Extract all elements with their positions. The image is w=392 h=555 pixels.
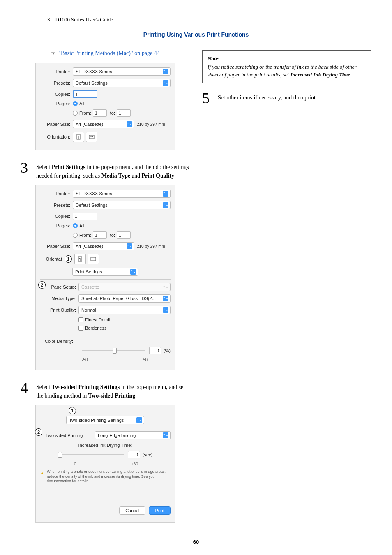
paper-size-label: Paper Size: (40, 122, 73, 127)
two-sided-printing-label: Two-sided Printing: (46, 433, 95, 438)
dropdown-arrow-icon: ⌃⌄ (130, 269, 136, 275)
panel-popup-value: Two-sided Printing Settings (69, 418, 124, 423)
orientation-landscape-button[interactable] (88, 254, 99, 264)
ink-drying-time-label: Increased Ink Drying Time: (78, 443, 132, 448)
presets-label: Presets: (40, 81, 73, 86)
page-setup-select: Cassette ⌃⌄ (78, 283, 171, 291)
orientation-portrait-button[interactable] (73, 132, 84, 142)
media-type-select[interactable]: SureLab Photo Paper Gloss - DS(2... ⌃⌄ (78, 294, 171, 303)
printer-label: Printer: (40, 191, 73, 196)
print-dialog-figure-1: Printer: SL-DXXXX Series ⌃⌄ Presets: Def… (35, 63, 175, 150)
paper-size-dimension: 210 by 297 mm (137, 244, 165, 249)
media-type-label: Media Type: (42, 296, 78, 301)
paper-size-value: A4 (Cassette) (76, 122, 103, 127)
panel-popup-value: Print Settings (75, 269, 102, 274)
color-density-value[interactable]: 0 (149, 347, 161, 354)
orientation-label-truncated: Orientat (40, 257, 65, 261)
orientation-landscape-button[interactable] (86, 132, 97, 142)
pages-from-radio[interactable] (73, 233, 78, 238)
document-title: SL-D1000 Series User's Guide (47, 16, 371, 23)
from-input[interactable]: 1 (93, 231, 107, 239)
dropdown-arrow-icon: ⌃⌄ (163, 432, 168, 438)
step-number-4: 4 (21, 380, 31, 400)
print-quality-select[interactable]: Normal ⌃⌄ (78, 306, 171, 314)
callout-1: 1 (65, 255, 72, 263)
drying-min: 0 (72, 462, 105, 466)
panel-popup-select[interactable]: Print Settings ⌃⌄ (72, 268, 138, 276)
note-body: If you notice scratching or the transfer… (208, 64, 357, 78)
dropdown-arrow-icon: ⌃⌄ (127, 243, 132, 249)
print-dialog-figure-2: Printer: SL-DXXXX Series ⌃⌄ Presets: Def… (35, 185, 175, 370)
dropdown-arrow-icon: ⌃⌄ (163, 69, 168, 74)
copies-input[interactable]: 1 (73, 90, 97, 98)
ink-drying-time-slider[interactable] (58, 452, 124, 458)
dropdown-arrow-icon: ⌃⌄ (136, 417, 142, 423)
from-label: From: (79, 233, 91, 238)
ink-drying-time-unit: (sec) (143, 452, 152, 457)
finest-detail-label: Finest Detail (85, 317, 110, 322)
pages-label: Pages: (40, 223, 73, 228)
media-type-value: SureLab Photo Paper Gloss - DS(2... (81, 296, 156, 301)
borderless-checkbox[interactable] (78, 326, 83, 331)
dropdown-arrow-icon: ⌃⌄ (163, 80, 168, 86)
orientation-portrait-button[interactable] (74, 254, 86, 264)
ink-drying-time-value[interactable]: 0 (128, 451, 140, 458)
printer-value: SL-DXXXX Series (76, 191, 112, 196)
dropdown-arrow-icon: ⌃⌄ (163, 285, 168, 289)
two-sided-printing-value: Long-Edge binding (98, 433, 136, 438)
to-input[interactable]: 1 (117, 231, 131, 239)
paper-size-label: Paper Size: (40, 244, 73, 249)
color-density-slider[interactable] (82, 348, 145, 354)
paper-size-select[interactable]: A4 (Cassette) ⌃⌄ (73, 120, 134, 128)
step-number-5: 5 (202, 91, 213, 106)
color-density-label: Color Density: (42, 339, 82, 344)
note-box: Note: If you notice scratching or the tr… (202, 50, 371, 83)
dropdown-arrow-icon: ⌃⌄ (163, 296, 168, 301)
presets-select[interactable]: Default Settings ⌃⌄ (73, 79, 171, 87)
printer-label: Printer: (40, 69, 73, 74)
info-text: When printing a photo or document contai… (47, 469, 171, 484)
from-label: From: (79, 111, 91, 116)
dropdown-arrow-icon: ⌃⌄ (127, 121, 132, 127)
page-setup-label: Page Setup: (42, 284, 78, 289)
callout-1: 1 (69, 407, 76, 414)
to-label: to: (110, 111, 115, 116)
color-density-max: 50 (115, 358, 148, 362)
copies-input[interactable]: 1 (73, 213, 97, 220)
printer-value: SL-DXXXX Series (76, 69, 112, 74)
paper-size-dimension: 210 by 297 mm (137, 122, 165, 127)
presets-select[interactable]: Default Settings ⌃⌄ (73, 201, 171, 209)
cross-reference-link[interactable]: "Basic Printing Methods (Mac)" on page 4… (58, 50, 159, 57)
page-setup-value: Cassette (81, 284, 99, 289)
two-sided-printing-select[interactable]: Long-Edge binding ⌃⌄ (95, 431, 171, 439)
presets-value: Default Settings (76, 203, 108, 208)
panel-popup-select[interactable]: Two-sided Printing Settings ⌃⌄ (66, 416, 144, 424)
pages-all-radio[interactable] (73, 223, 78, 228)
presets-value: Default Settings (76, 81, 108, 86)
pages-all-radio[interactable] (73, 101, 78, 106)
to-input[interactable]: 1 (117, 109, 131, 117)
printer-select[interactable]: SL-DXXXX Series ⌃⌄ (73, 67, 171, 76)
page-number: 60 (0, 539, 392, 545)
dropdown-arrow-icon: ⌃⌄ (163, 307, 168, 313)
print-button[interactable]: Print (149, 506, 171, 515)
pages-label: Pages: (40, 101, 73, 106)
note-title: Note: (208, 56, 220, 62)
color-density-min: -50 (82, 358, 115, 362)
from-input[interactable]: 1 (93, 109, 107, 117)
printer-select[interactable]: SL-DXXXX Series ⌃⌄ (73, 190, 171, 198)
callout-2: 2 (35, 428, 42, 436)
drying-max: +60 (105, 462, 138, 466)
cancel-button[interactable]: Cancel (119, 506, 145, 515)
pages-all-label: All (79, 223, 84, 228)
pages-from-radio[interactable] (73, 111, 78, 116)
finest-detail-checkbox[interactable] (78, 317, 83, 322)
step-number-3: 3 (21, 160, 31, 180)
step-5-text: Set other items if necessary, and then p… (218, 91, 317, 106)
copies-label: Copies: (40, 92, 73, 97)
borderless-label: Borderless (85, 326, 107, 331)
step-4-text: Select Two-sided Printing Settings in th… (36, 380, 190, 400)
callout-2: 2 (38, 281, 46, 289)
paper-size-value: A4 (Cassette) (76, 244, 103, 249)
paper-size-select[interactable]: A4 (Cassette) ⌃⌄ (73, 242, 134, 250)
